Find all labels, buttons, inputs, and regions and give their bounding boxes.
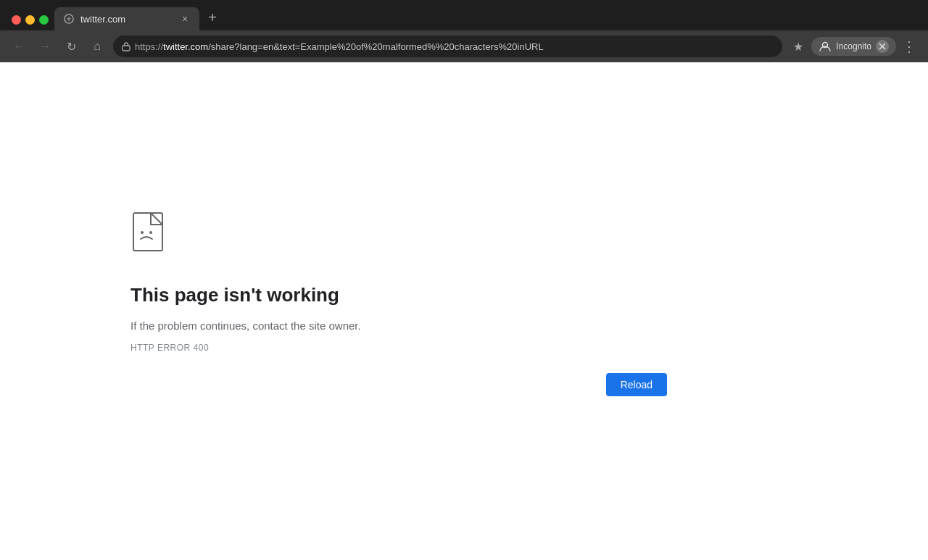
maximize-window-button[interactable]	[39, 15, 49, 25]
svg-rect-1	[123, 46, 130, 51]
tab-close-button[interactable]: ×	[179, 13, 191, 25]
page-content: This page isn't working If the problem c…	[0, 62, 928, 560]
tab-bar: twitter.com × +	[0, 0, 928, 30]
bookmark-button[interactable]: ★	[788, 36, 808, 57]
close-window-button[interactable]	[12, 15, 21, 25]
more-options-button[interactable]: ⋮	[899, 36, 919, 57]
reload-icon: ↻	[67, 40, 76, 54]
url-host: twitter.com	[163, 41, 208, 52]
incognito-icon	[819, 40, 832, 53]
browser-tab[interactable]: twitter.com ×	[54, 7, 199, 30]
svg-rect-3	[133, 213, 162, 251]
reload-button[interactable]: ↻	[61, 36, 81, 57]
address-bar[interactable]: https://twitter.com/share?lang=en&text=E…	[113, 35, 782, 57]
svg-point-5	[149, 231, 152, 234]
back-icon: ←	[13, 40, 25, 53]
reload-page-button[interactable]: Reload	[606, 373, 667, 396]
tab-favicon-icon	[63, 13, 75, 25]
forward-icon: →	[39, 40, 51, 53]
incognito-label: Incognito	[836, 41, 871, 51]
minimize-window-button[interactable]	[25, 15, 35, 25]
error-page-icon	[130, 212, 174, 264]
toolbar-right: ★ Incognito ⋮	[788, 36, 919, 57]
incognito-count-icon	[876, 40, 889, 53]
forward-button[interactable]: →	[35, 36, 55, 57]
more-icon: ⋮	[902, 38, 916, 55]
traffic-lights	[6, 15, 54, 30]
error-description: If the problem continues, contact the si…	[130, 318, 361, 335]
tab-title: twitter.com	[80, 14, 173, 25]
incognito-badge[interactable]: Incognito	[811, 37, 896, 56]
error-title: This page isn't working	[130, 284, 339, 306]
lock-icon	[122, 41, 130, 51]
browser-chrome: twitter.com × + ← → ↻ ⌂ https://twi	[0, 0, 928, 62]
home-button[interactable]: ⌂	[87, 36, 107, 57]
home-icon: ⌂	[94, 40, 101, 53]
url-prefix: https://	[135, 41, 163, 52]
new-tab-button[interactable]: +	[202, 7, 223, 28]
error-code: HTTP ERROR 400	[130, 343, 209, 353]
error-container: This page isn't working If the problem c…	[102, 212, 566, 354]
back-button[interactable]: ←	[9, 36, 29, 57]
browser-toolbar: ← → ↻ ⌂ https://twitter.com/share?lang=e…	[0, 30, 928, 62]
url-path: /share?lang=en&text=Example%20of%20malfo…	[208, 41, 543, 52]
url-display: https://twitter.com/share?lang=en&text=E…	[135, 41, 544, 52]
svg-point-4	[141, 231, 144, 234]
star-icon: ★	[793, 40, 803, 54]
